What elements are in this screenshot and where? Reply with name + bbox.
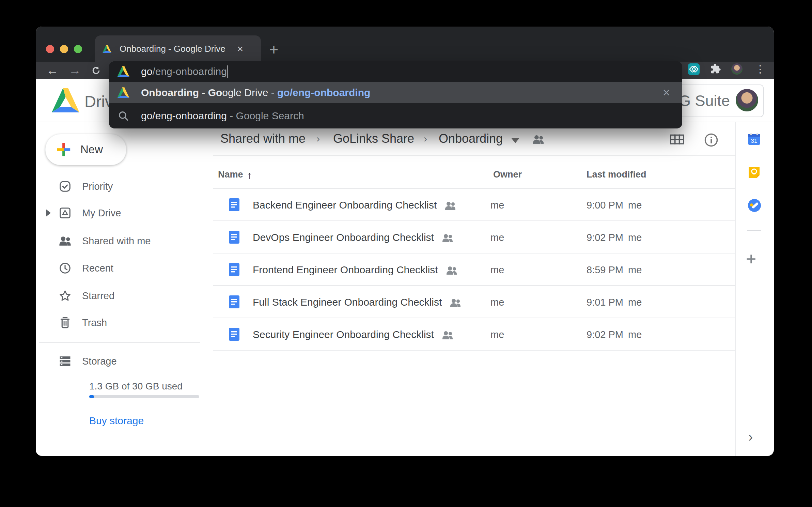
suggestion-drive-onboarding[interactable]: Onboarding - Google Drive - go/eng-onboa… bbox=[109, 82, 682, 103]
suggestion-title-bold: Onboarding - Go bbox=[141, 87, 222, 98]
sidebar-item-shared-with-me[interactable]: Shared with me bbox=[36, 228, 206, 254]
omnibox-completion-text: /eng-onboarding bbox=[152, 66, 227, 77]
column-header-owner[interactable]: Owner bbox=[493, 169, 522, 180]
buy-storage-link[interactable]: Buy storage bbox=[89, 415, 144, 427]
breadcrumb-separator: › bbox=[424, 133, 427, 144]
drive-logo bbox=[52, 87, 79, 113]
sidebar-item-storage[interactable]: Storage bbox=[36, 348, 206, 374]
file-owner: me bbox=[490, 264, 504, 276]
drive-site-icon bbox=[116, 66, 130, 77]
row-divider bbox=[213, 350, 735, 351]
sidebar-item-recent[interactable]: Recent bbox=[36, 255, 206, 281]
suggestion-url: go/eng-onboarding bbox=[277, 87, 370, 98]
reload-button[interactable] bbox=[88, 63, 104, 78]
side-panel-divider-small bbox=[747, 230, 761, 231]
folder-shared-icon bbox=[532, 135, 545, 144]
keep-icon[interactable] bbox=[747, 166, 761, 181]
file-row[interactable]: Security Engineer Onboarding Checklist m… bbox=[213, 318, 735, 351]
forward-button[interactable]: → bbox=[67, 63, 83, 78]
suggestion-title: ogle Drive bbox=[222, 87, 268, 98]
file-owner: me bbox=[490, 297, 504, 308]
account-avatar[interactable] bbox=[736, 89, 758, 111]
remove-suggestion-icon[interactable]: × bbox=[663, 86, 670, 100]
storage-usage-text: 1.3 GB of 30 GB used bbox=[89, 381, 183, 392]
file-owner: me bbox=[490, 200, 504, 211]
omnibox-dropdown: go/eng-onboarding Onboarding - Google Dr… bbox=[109, 61, 682, 128]
new-tab-button[interactable]: + bbox=[266, 42, 282, 57]
file-row[interactable]: Frontend Engineer Onboarding Checklist m… bbox=[213, 253, 735, 286]
close-window-button[interactable] bbox=[46, 45, 54, 53]
sidebar-label: Priority bbox=[82, 181, 113, 192]
minimize-window-button[interactable] bbox=[60, 45, 68, 53]
text-cursor bbox=[227, 65, 228, 78]
browser-profile-avatar[interactable] bbox=[731, 63, 743, 75]
sidebar-label: Trash bbox=[82, 317, 107, 328]
search-icon bbox=[116, 110, 130, 122]
side-panel-divider bbox=[735, 122, 736, 456]
tab-close-icon[interactable]: × bbox=[237, 43, 244, 55]
file-last-modified: 9:02 PMme bbox=[587, 329, 642, 340]
desktop: Onboarding - Google Drive × + ← → ⋮ Driv… bbox=[0, 0, 812, 507]
calendar-icon[interactable]: 31 bbox=[747, 132, 761, 147]
file-name: DevOps Engineer Onboarding Checklist bbox=[253, 232, 434, 243]
new-plus-icon bbox=[56, 142, 72, 157]
google-doc-icon bbox=[229, 263, 239, 276]
file-shared-icon bbox=[444, 201, 456, 211]
new-button[interactable]: New bbox=[45, 134, 126, 165]
recent-clock-icon bbox=[58, 262, 72, 275]
tab-bar: Onboarding - Google Drive × + bbox=[36, 27, 774, 62]
file-row[interactable]: Full Stack Engineer Onboarding Checklist… bbox=[213, 286, 735, 318]
file-last-modified: 8:59 PMme bbox=[587, 264, 642, 276]
suggestion-google-search[interactable]: go/eng-onboarding - Google Search bbox=[109, 103, 682, 128]
folder-dropdown-caret-icon[interactable] bbox=[511, 138, 519, 143]
google-doc-icon bbox=[229, 328, 239, 341]
golinks-extension-icon[interactable] bbox=[688, 63, 700, 76]
file-owner: me bbox=[490, 329, 504, 340]
collapse-side-panel-icon[interactable]: › bbox=[748, 429, 753, 445]
google-doc-icon bbox=[229, 198, 239, 211]
file-name: Frontend Engineer Onboarding Checklist bbox=[253, 264, 438, 276]
my-drive-icon bbox=[58, 206, 72, 219]
sidebar-label: My Drive bbox=[82, 208, 121, 219]
storage-icon bbox=[58, 355, 72, 367]
file-shared-icon bbox=[441, 233, 454, 243]
storage-progress-fill bbox=[89, 395, 94, 398]
sidebar-item-my-drive[interactable]: My Drive bbox=[36, 200, 206, 226]
breadcrumb-golinks-share[interactable]: GoLinks Share bbox=[333, 132, 414, 146]
omnibox-typed-text: go bbox=[141, 66, 152, 77]
sort-ascending-icon[interactable]: ↑ bbox=[247, 169, 252, 181]
column-header-last-modified[interactable]: Last modified bbox=[587, 169, 646, 180]
sidebar-item-priority[interactable]: Priority bbox=[36, 173, 206, 200]
column-header-name[interactable]: Name bbox=[218, 169, 243, 180]
info-icon[interactable] bbox=[704, 133, 718, 147]
omnibox[interactable]: go/eng-onboarding bbox=[109, 61, 682, 82]
google-doc-icon bbox=[229, 231, 239, 244]
zoom-window-button[interactable] bbox=[74, 45, 82, 53]
sidebar-item-starred[interactable]: Starred bbox=[36, 282, 206, 309]
file-row[interactable]: DevOps Engineer Onboarding Checklist me … bbox=[213, 221, 735, 253]
back-button[interactable]: ← bbox=[45, 63, 60, 78]
sidebar-label: Recent bbox=[82, 263, 113, 274]
grid-view-icon[interactable] bbox=[670, 134, 685, 146]
suggestion-separator: - bbox=[268, 87, 277, 98]
browser-window: Onboarding - Google Drive × + ← → ⋮ Driv… bbox=[36, 27, 774, 456]
trash-icon bbox=[58, 316, 72, 329]
svg-text:31: 31 bbox=[751, 138, 758, 144]
file-shared-icon bbox=[441, 331, 454, 340]
breadcrumb-divider bbox=[213, 155, 736, 156]
sidebar-label: Storage bbox=[82, 356, 117, 367]
browser-menu-icon[interactable]: ⋮ bbox=[755, 63, 765, 75]
drive-suggestion-icon bbox=[116, 87, 130, 98]
add-side-panel-app-icon[interactable]: + bbox=[746, 249, 756, 269]
sidebar-item-trash[interactable]: Trash bbox=[36, 309, 206, 336]
file-row[interactable]: Backend Engineer Onboarding Checklist me… bbox=[213, 189, 735, 221]
gsuite-label: G Suite bbox=[679, 92, 730, 110]
tasks-icon[interactable] bbox=[747, 198, 762, 214]
file-owner: me bbox=[490, 232, 504, 243]
browser-tab[interactable]: Onboarding - Google Drive × bbox=[95, 35, 261, 62]
file-name: Security Engineer Onboarding Checklist bbox=[253, 329, 434, 340]
breadcrumb-shared-with-me[interactable]: Shared with me bbox=[220, 132, 306, 146]
priority-icon bbox=[58, 180, 72, 193]
extensions-puzzle-icon[interactable] bbox=[710, 63, 721, 76]
breadcrumb-onboarding[interactable]: Onboarding bbox=[439, 132, 503, 146]
